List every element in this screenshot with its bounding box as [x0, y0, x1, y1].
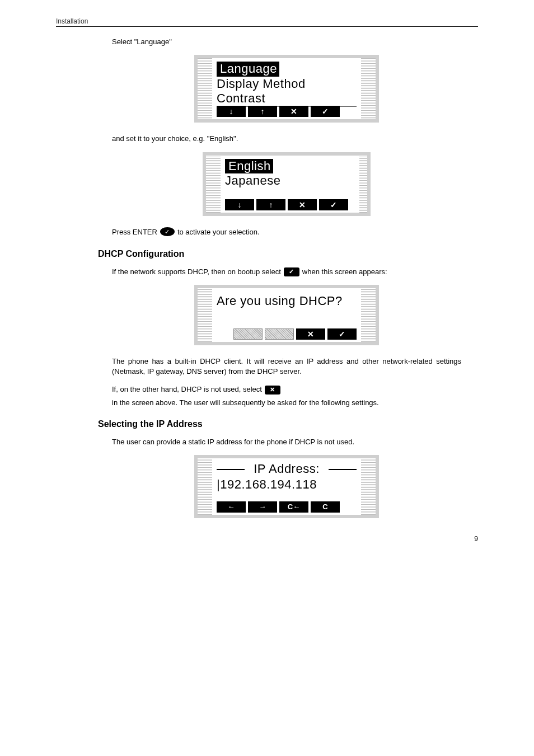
disabled-key — [233, 328, 263, 340]
lcd-hatch-right — [361, 458, 376, 515]
text-ip-1: The user can provide a static IP address… — [112, 437, 461, 447]
ok-icon[interactable]: ✓ — [311, 106, 340, 117]
lcd1-softkeys: ↓ ↑ ✕ ✓ — [217, 106, 357, 117]
lcd-screenshot-2: English Japanese ↓ ↑ ✕ ✓ — [112, 152, 461, 217]
text-select-language: Select "Language" — [112, 37, 461, 47]
up-arrow-icon[interactable]: ↑ — [256, 199, 285, 210]
text-set-choice: and set it to your choice, e.g. "English… — [112, 134, 461, 144]
lcd1-line2: Display Method — [217, 77, 357, 91]
dhcp1-suffix: when this screen appears: — [302, 267, 387, 277]
heading-ip: Selecting the IP Address — [98, 419, 461, 429]
cancel-icon[interactable]: ✕ — [288, 199, 317, 210]
main-content: Select "Language" Language Display Metho… — [112, 37, 461, 518]
lcd4-keys: ← → C← C — [217, 501, 357, 513]
text-dhcp-3: If, on the other hand, DHCP is not used,… — [112, 384, 461, 407]
cancel-icon[interactable]: ✕ — [279, 106, 308, 117]
lcd4-title: IP Address: — [254, 462, 320, 476]
lcd4-title-row: IP Address: — [217, 462, 357, 476]
disabled-key — [265, 328, 294, 340]
lcd-screenshot-3: Are you using DHCP? ✕ ✓ — [112, 285, 461, 345]
heading-dhcp: DHCP Configuration — [98, 249, 461, 259]
text-dhcp-1: If the network supports DHCP, then on bo… — [112, 267, 461, 277]
lcd-screenshot-1: Language Display Method Contrast ↓ ↑ ✕ ✓ — [112, 55, 461, 123]
x-icon: ✕ — [265, 386, 280, 395]
lcd-hatch-right — [361, 58, 376, 119]
up-arrow-icon[interactable]: ↑ — [248, 106, 277, 117]
lcd-hatch-left — [198, 58, 212, 119]
dhcp3-suffix: in the screen above. The user will subse… — [112, 398, 379, 408]
lcd4-value: |192.168.194.118 — [217, 476, 357, 492]
clear-icon[interactable]: C — [311, 501, 340, 513]
right-arrow-icon[interactable]: → — [248, 501, 277, 513]
down-arrow-icon[interactable]: ↓ — [225, 199, 254, 210]
lcd-hatch-left — [198, 288, 212, 342]
lcd-hatch-left — [198, 458, 212, 515]
text-press-enter: Press ENTER ✓ to activate your selection… — [112, 227, 461, 237]
cancel-icon[interactable]: ✕ — [296, 328, 325, 340]
enter-check-icon: ✓ — [160, 227, 175, 236]
lcd-screenshot-4: IP Address: |192.168.194.118 ← → C← C — [112, 455, 461, 518]
lcd1-line1: Language — [217, 62, 357, 76]
press-enter-suffix: to activate your selection. — [177, 227, 260, 237]
dhcp3-prefix: If, on the other hand, DHCP is not used,… — [112, 384, 262, 395]
check-icon: ✓ — [284, 267, 299, 276]
left-arrow-icon[interactable]: ← — [217, 501, 246, 513]
lcd-hatch-right — [359, 156, 367, 213]
lcd-hatch-right — [361, 288, 376, 342]
ok-icon[interactable]: ✓ — [327, 328, 357, 340]
dhcp1-prefix: If the network supports DHCP, then on bo… — [112, 267, 281, 277]
lcd-hatch-left — [206, 156, 221, 213]
lcd2-line1: English — [225, 159, 355, 173]
page-header: Installation — [56, 17, 478, 27]
lcd3-softkeys: ✕ ✓ — [217, 328, 357, 340]
header-label: Installation — [56, 17, 88, 25]
page-number: 9 — [56, 535, 478, 543]
backspace-icon[interactable]: C← — [279, 501, 308, 513]
lcd2-line2: Japanese — [225, 173, 355, 188]
lcd2-softkeys: ↓ ↑ ✕ ✓ — [225, 199, 355, 210]
header-rule — [56, 26, 478, 27]
down-arrow-icon[interactable]: ↓ — [217, 106, 246, 117]
press-enter-prefix: Press ENTER — [112, 227, 157, 237]
lcd1-line3: Contrast — [217, 91, 357, 107]
text-dhcp-2: The phone has a built-in DHCP client. It… — [112, 356, 461, 377]
lcd3-line1: Are you using DHCP? — [217, 294, 357, 308]
ok-icon[interactable]: ✓ — [319, 199, 348, 210]
